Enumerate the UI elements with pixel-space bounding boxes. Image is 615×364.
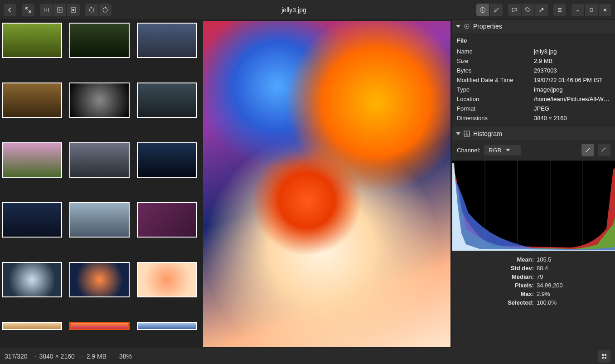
thumbnail[interactable] bbox=[137, 262, 197, 297]
rotate-right-button[interactable] bbox=[99, 4, 111, 16]
thumbnail[interactable] bbox=[2, 262, 62, 297]
menu-button[interactable] bbox=[553, 4, 566, 16]
prop-val: /home/team/Pictures/All-W… bbox=[534, 96, 610, 102]
main-area: Properties File Namejelly3.jpg Size2.9 M… bbox=[0, 20, 615, 348]
prop-key: Type bbox=[457, 86, 534, 93]
svg-rect-19 bbox=[602, 357, 604, 359]
stat-val: 105.5 bbox=[537, 256, 552, 263]
stat-key: Mean: bbox=[457, 256, 534, 263]
gear-icon bbox=[463, 23, 470, 30]
chevron-down-icon bbox=[456, 25, 460, 28]
rotate-group bbox=[85, 4, 111, 16]
histogram-controls: Channel: RGB bbox=[452, 140, 615, 160]
chevron-left-icon bbox=[7, 7, 13, 13]
hist-linear-button[interactable] bbox=[581, 144, 594, 156]
comment-icon bbox=[511, 7, 518, 13]
stat-val: 88.4 bbox=[537, 265, 548, 272]
thumbnail[interactable] bbox=[2, 322, 62, 330]
maximize-icon bbox=[589, 7, 594, 13]
chevron-down-icon bbox=[456, 132, 460, 135]
close-button[interactable] bbox=[599, 4, 611, 16]
hist-log-button[interactable] bbox=[598, 144, 610, 156]
properties-panel: Properties File Namejelly3.jpg Size2.9 M… bbox=[452, 20, 615, 348]
prop-row: Typeimage/jpeg bbox=[457, 85, 610, 94]
zoom-fill-button[interactable] bbox=[67, 4, 80, 16]
back-button[interactable] bbox=[4, 4, 16, 16]
thumbnail[interactable] bbox=[2, 23, 62, 58]
rotate-ccw-icon bbox=[88, 7, 95, 13]
thumbnail[interactable] bbox=[2, 142, 62, 178]
chevron-down-icon bbox=[506, 149, 510, 151]
svg-rect-17 bbox=[602, 354, 604, 356]
prop-row: Bytes2937003 bbox=[457, 66, 610, 75]
svg-rect-20 bbox=[605, 357, 606, 359]
thumbnail[interactable] bbox=[137, 322, 197, 330]
maximize-button[interactable] bbox=[585, 4, 598, 16]
stat-val: 79 bbox=[537, 273, 543, 280]
histogram-icon bbox=[463, 130, 470, 137]
status-bar: 317/320 3840 × 2160 2.9 MB 38% bbox=[0, 348, 615, 364]
prop-row: Location/home/team/Pictures/All-W… bbox=[457, 94, 610, 104]
fullscreen-icon bbox=[25, 7, 31, 13]
log-scale-icon bbox=[601, 147, 607, 153]
rotate-left-button[interactable] bbox=[85, 4, 98, 16]
displayed-image bbox=[203, 21, 450, 347]
properties-section-header[interactable]: Properties bbox=[452, 20, 615, 33]
info-icon bbox=[479, 7, 486, 13]
hamburger-icon bbox=[557, 7, 563, 13]
fullscreen-button[interactable] bbox=[22, 4, 34, 16]
thumbnail[interactable] bbox=[137, 142, 197, 178]
prop-val: image/jpeg bbox=[534, 86, 610, 93]
thumbnail[interactable] bbox=[137, 83, 197, 118]
prop-row: Modified Date & Time19/07/22 01:46:06 PM… bbox=[457, 75, 610, 85]
stat-key: Std dev: bbox=[457, 265, 534, 272]
zoom-actual-button[interactable]: 1 bbox=[40, 4, 53, 16]
thumbnail[interactable] bbox=[137, 23, 197, 58]
stat-val: 100.0% bbox=[537, 299, 557, 306]
svg-point-11 bbox=[466, 26, 468, 27]
thumbnail[interactable] bbox=[69, 202, 130, 238]
prop-key: Bytes bbox=[457, 67, 534, 74]
thumbnail[interactable] bbox=[137, 202, 197, 238]
grid-toggle-button[interactable] bbox=[598, 350, 610, 363]
prop-key: Location bbox=[457, 96, 534, 102]
svg-rect-9 bbox=[590, 9, 593, 11]
histogram-svg bbox=[452, 160, 615, 251]
histogram-section-header[interactable]: Histogram bbox=[452, 127, 615, 140]
thumbnail[interactable] bbox=[69, 83, 130, 118]
stat-key: Median: bbox=[457, 273, 534, 280]
histogram-display[interactable] bbox=[452, 160, 615, 251]
info-edit-group bbox=[476, 4, 503, 16]
thumbnail[interactable] bbox=[69, 142, 130, 178]
thumbnail[interactable] bbox=[69, 262, 130, 297]
histogram-title: Histogram bbox=[473, 130, 502, 137]
prop-val: 19/07/22 01:46:06 PM IST bbox=[534, 77, 610, 83]
wrench-icon bbox=[538, 7, 545, 13]
properties-body: File Namejelly3.jpg Size2.9 MB Bytes2937… bbox=[452, 33, 615, 127]
thumbnail-browser[interactable] bbox=[0, 20, 202, 348]
thumbnail[interactable] bbox=[69, 23, 130, 58]
tag-button[interactable] bbox=[522, 4, 534, 16]
image-viewer[interactable] bbox=[202, 20, 452, 348]
window-controls bbox=[571, 4, 611, 16]
status-position: 317/320 bbox=[5, 353, 28, 360]
thumbnail-selected[interactable] bbox=[69, 322, 130, 330]
prop-key: Format bbox=[457, 105, 534, 112]
svg-rect-7 bbox=[482, 10, 483, 11]
info-button[interactable] bbox=[476, 4, 489, 16]
prop-row: Namejelly3.jpg bbox=[457, 47, 610, 56]
prop-val: 3840 × 2160 bbox=[534, 115, 610, 121]
stat-val: 34,99,200 bbox=[537, 282, 563, 289]
prop-key: Modified Date & Time bbox=[457, 77, 534, 83]
status-size: 2.9 MB bbox=[79, 353, 107, 360]
main-toolbar: 1 jelly3.jpg bbox=[0, 0, 615, 20]
channel-select[interactable]: RGB bbox=[484, 145, 521, 155]
tools-button[interactable] bbox=[535, 4, 548, 16]
thumbnail[interactable] bbox=[2, 202, 62, 238]
thumbnail[interactable] bbox=[2, 83, 62, 118]
comment-button[interactable] bbox=[508, 4, 521, 16]
zoom-fit-button[interactable] bbox=[53, 4, 66, 16]
status-zoom: 38% bbox=[119, 353, 132, 360]
edit-button[interactable] bbox=[490, 4, 503, 16]
minimize-button[interactable] bbox=[571, 4, 584, 16]
